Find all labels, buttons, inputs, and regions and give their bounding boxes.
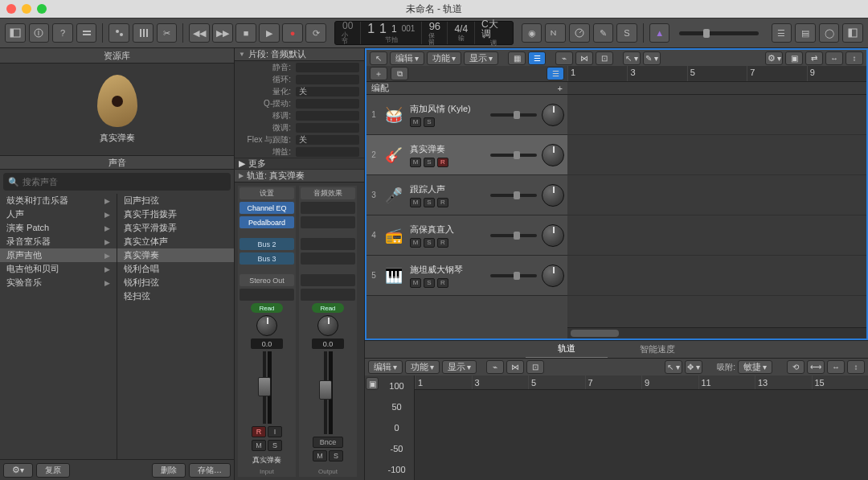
plugin-slot[interactable] — [301, 202, 355, 214]
param-value[interactable]: 关 — [296, 135, 359, 145]
pan-value[interactable]: 0.0 — [251, 338, 283, 349]
preset-item[interactable]: 真实平滑拨弄 — [117, 221, 235, 235]
functions-menu[interactable]: 功能 ▾ — [427, 51, 461, 65]
search-input[interactable] — [23, 177, 226, 187]
lcd-key[interactable]: C大调 — [481, 19, 506, 39]
mixer-button[interactable] — [133, 23, 154, 43]
solo-button[interactable]: S — [424, 198, 435, 207]
track-pan-knob[interactable] — [542, 184, 564, 207]
track-volume-slider[interactable] — [490, 113, 537, 117]
left-tool-button[interactable]: ↖ ▾ — [665, 360, 682, 374]
track-header[interactable]: 1🥁南加风情 (Kyle)MS — [366, 95, 567, 135]
timeline-lane[interactable] — [567, 175, 866, 215]
bar-ruler[interactable]: 13579 — [567, 66, 866, 82]
tuner-button[interactable]: ◉ — [522, 23, 542, 43]
send-slot[interactable] — [301, 252, 355, 265]
send-slot-2[interactable]: Bus 3 — [240, 252, 294, 265]
category-item[interactable]: 电吉他和贝司▶ — [0, 262, 117, 276]
close-icon[interactable] — [6, 4, 16, 14]
stop-button[interactable]: ■ — [235, 23, 256, 43]
settings-button[interactable]: ⚙ ▾ — [765, 51, 783, 65]
link-button[interactable]: ⟷ — [807, 360, 825, 374]
marker-button[interactable]: ▲ — [649, 23, 670, 43]
plugin-slot-pedal[interactable]: Pedalboard — [240, 216, 294, 228]
duplicate-track-button[interactable]: ⧉ — [391, 67, 408, 80]
output-slot[interactable] — [301, 274, 355, 286]
loop-button[interactable]: ⊡ — [526, 360, 544, 374]
track-volume-slider[interactable] — [490, 194, 537, 197]
timeline-lane[interactable] — [567, 256, 866, 296]
bounce-button[interactable]: Bnce — [313, 437, 343, 448]
category-item[interactable]: 鼓类和打击乐器▶ — [0, 194, 117, 207]
param-value[interactable] — [296, 75, 359, 84]
master-volume-slider[interactable] — [679, 31, 758, 35]
minimize-icon[interactable] — [22, 4, 31, 14]
lcd-sig[interactable]: 4/4 — [454, 24, 468, 34]
forward-button[interactable]: ▶▶ — [212, 23, 233, 43]
param-value[interactable] — [296, 123, 359, 133]
track-volume-slider[interactable] — [490, 154, 537, 157]
lcd-display[interactable]: 00 小节 1 1 1 001 节拍 96 保留 4/4 输 C大调 调 — [334, 21, 514, 45]
input-monitor-button[interactable]: I — [268, 426, 282, 437]
plugin-slot-eq[interactable]: Channel EQ — [240, 202, 294, 214]
add-track-button[interactable]: ＋ — [370, 67, 387, 80]
solo-button[interactable]: S — [424, 238, 435, 248]
tab-track[interactable]: 轨道 — [526, 340, 608, 359]
gear-button[interactable]: ⚙ ▾ — [3, 463, 33, 478]
output-slot[interactable]: Stereo Out — [240, 274, 294, 286]
list-editor-button[interactable]: ☰ — [772, 23, 792, 43]
add-marker-icon[interactable]: + — [558, 84, 563, 93]
preset-item[interactable]: 真实手指拨弄 — [117, 207, 235, 221]
send-slot-1[interactable]: Bus 2 — [240, 238, 294, 250]
sync-button[interactable]: S — [616, 23, 637, 43]
inspector-toggle-button[interactable]: i — [29, 23, 50, 43]
zoom-v-button[interactable]: ↕ — [845, 51, 863, 65]
preset-item[interactable]: 回声扫弦 — [117, 194, 235, 207]
mute-button[interactable]: M — [410, 158, 421, 167]
loop-button[interactable]: ⊡ — [596, 51, 613, 65]
countoff-button[interactable] — [545, 23, 566, 43]
mute-button[interactable]: M — [410, 117, 421, 127]
record-enable-button[interactable]: R — [437, 278, 448, 288]
mute-button[interactable]: M — [252, 440, 266, 451]
grid-view-button[interactable]: ▦ — [508, 51, 526, 65]
track-header[interactable]: 5🎹施坦威大钢琴MSR — [366, 256, 567, 296]
pointer-tool-button[interactable]: ↖ — [370, 51, 387, 65]
param-value[interactable] — [296, 63, 359, 72]
solo-button[interactable]: S — [424, 278, 435, 288]
record-button[interactable]: ● — [282, 23, 303, 43]
mute-button[interactable]: M — [313, 450, 327, 462]
zoom-icon[interactable] — [37, 4, 47, 14]
automation-read-button[interactable]: Read — [312, 303, 344, 313]
delete-button[interactable]: 删除 — [152, 463, 186, 478]
editor-bar-ruler[interactable]: 13579111315 — [415, 375, 868, 390]
zoom-h-button[interactable]: ↔ — [827, 360, 845, 374]
automation-read-button[interactable]: Read — [251, 303, 283, 313]
editor-catch-button[interactable]: ▣ — [366, 377, 379, 390]
move-tool-button[interactable]: ✥ ▾ — [685, 360, 702, 374]
cycle-button[interactable]: ⟳ — [305, 23, 326, 43]
category-item[interactable]: 人声▶ — [0, 207, 117, 221]
track-pan-knob[interactable] — [542, 265, 564, 287]
record-enable-button[interactable]: R — [437, 158, 448, 167]
view-menu[interactable]: 显示 ▾ — [442, 360, 477, 374]
record-enable-button[interactable]: R — [437, 198, 448, 207]
region-params-header[interactable]: ▼ 片段: 音频默认 — [235, 48, 364, 61]
volume-fader[interactable] — [263, 351, 266, 424]
smart-controls-button[interactable] — [108, 23, 129, 43]
plugin-slot[interactable] — [301, 216, 355, 228]
record-enable-button[interactable]: R — [252, 426, 266, 437]
browser-button[interactable] — [842, 23, 863, 43]
lcd-tempo[interactable]: 96 — [429, 21, 440, 31]
send-slot[interactable] — [301, 238, 355, 250]
mute-button[interactable]: M — [410, 238, 421, 248]
track-pan-knob[interactable] — [542, 144, 564, 166]
category-item[interactable]: 演奏 Patch▶ — [0, 221, 117, 235]
tab-smart-tempo[interactable]: 智能速度 — [608, 341, 707, 358]
left-tool-button[interactable]: ↖ ▾ — [623, 51, 641, 65]
flex-button[interactable]: ⋈ — [575, 51, 593, 65]
more-params[interactable]: ▶ 更多 — [235, 158, 364, 170]
view-menu[interactable]: 显示 ▾ — [464, 51, 498, 65]
library-search[interactable]: 🔍 — [3, 173, 231, 191]
track-header[interactable]: 3🎤跟踪人声MSR — [366, 175, 567, 215]
